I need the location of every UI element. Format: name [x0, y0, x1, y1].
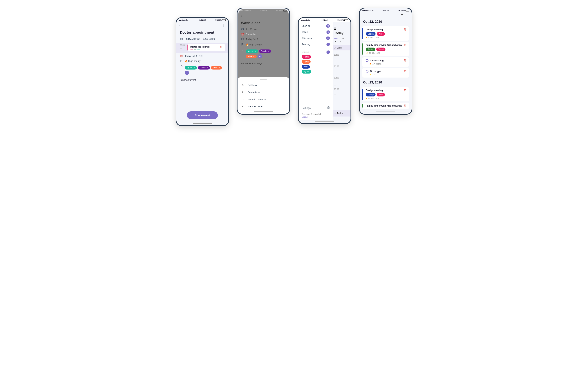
more-button[interactable]: ⋯ — [283, 14, 287, 17]
svg-rect-4 — [242, 98, 244, 100]
svg-rect-6 — [401, 14, 403, 16]
carrier: dotodo — [182, 19, 188, 21]
remove-tag-icon[interactable]: ✕ — [206, 67, 208, 69]
mark-done-button[interactable]: ✓Mark as done — [237, 103, 289, 110]
tag-chip[interactable]: Family ✕ — [259, 49, 271, 53]
weekday[interactable]: Tue — [341, 37, 344, 40]
date-row[interactable]: Friday, July 12 12:00-13:00 — [180, 37, 225, 41]
label-chip[interactable]: My car — [302, 70, 311, 73]
checkbox-icon[interactable] — [366, 59, 368, 62]
user-name: Anastasia Chorniychuk — [299, 112, 333, 116]
checkbox-icon[interactable] — [366, 70, 368, 73]
hour-label: 12:00 — [334, 77, 349, 79]
remove-tag-icon[interactable]: ✕ — [254, 50, 256, 52]
hamburger-icon[interactable]: ☰ — [334, 27, 336, 30]
back-button[interactable]: ‹ — [179, 23, 181, 27]
add-label-button[interactable]: + — [326, 50, 330, 54]
move-calendar-button[interactable]: Move to calendar — [237, 96, 289, 103]
done-label: Mark as done — [247, 105, 262, 108]
event-card[interactable]: Family dinner with Kris and Anny⏰FamilyT… — [362, 42, 409, 56]
delete-task-button[interactable]: Delete task — [237, 89, 289, 96]
tag-chip: Design — [366, 32, 376, 36]
status-time: 9:41 AM — [321, 19, 328, 21]
priority-row[interactable]: 🔥 High priority — [180, 59, 225, 63]
remove-tag-icon[interactable]: ✕ — [193, 67, 195, 69]
reminder-row[interactable]: ⏰ Reminder — [241, 33, 286, 36]
event-time: 12:00-13:00 — [203, 38, 215, 40]
filter-item[interactable]: This week22 — [299, 35, 333, 41]
tasks-label: Tasks — [337, 112, 343, 115]
card-title: Design meeting — [366, 28, 383, 31]
edit-task-button[interactable]: ✎Edit task — [237, 82, 289, 89]
add-tag-button[interactable]: + — [258, 54, 262, 58]
tag-chip: Travel — [376, 47, 385, 51]
status-time: 9:41 AM — [199, 19, 206, 21]
signal-icon — [362, 10, 365, 11]
flag-icon — [241, 43, 244, 46]
reminder-row[interactable]: ⏰ Today, Jul 3 13:00 — [180, 55, 225, 58]
weekday[interactable]: Mon — [334, 37, 338, 40]
event-card[interactable]: Design meeting⏰DesignWork 12:30 - 14:30 — [362, 87, 409, 101]
tag-chip[interactable]: Work ✕ — [211, 66, 222, 69]
hour-label: 10:00 — [334, 54, 349, 56]
move-label: Move to calendar — [247, 98, 267, 101]
pencil-icon: ✎ — [242, 84, 245, 87]
filter-item[interactable]: Pending1 — [299, 41, 333, 47]
add-tag-button[interactable]: + — [185, 71, 189, 75]
settings-button[interactable]: Settings — [299, 104, 333, 112]
hamburger-button[interactable]: ☰ — [363, 13, 365, 17]
calendar-move-icon — [242, 98, 245, 101]
duration-row: 1 h 30 min — [241, 28, 286, 31]
labels-header: LABELS + — [299, 48, 333, 55]
battery-icon — [344, 19, 348, 21]
remove-tag-icon[interactable]: ✕ — [218, 67, 220, 69]
task-card[interactable]: Car washing⏰🔥 1 h 30 min — [362, 57, 409, 67]
date-row[interactable]: Today, Jul 3 — [241, 38, 286, 41]
filter-item[interactable]: Today4 — [299, 29, 333, 35]
bluetooth-icon: ✱ — [337, 19, 339, 21]
card-time: 12:30 - 14:30 — [366, 37, 407, 39]
day-num[interactable]: 1 — [335, 41, 336, 43]
label-chip[interactable]: Family — [302, 55, 311, 59]
tag-chip[interactable]: Work ✕ — [246, 55, 257, 58]
calendar-icon[interactable] — [400, 13, 403, 17]
calendar-icon — [180, 37, 183, 41]
tag-chip[interactable]: Family ✕ — [198, 66, 210, 69]
filter-icon[interactable] — [406, 13, 409, 17]
settings-label: Settings — [302, 107, 311, 110]
create-event-button[interactable]: Create event — [187, 111, 218, 119]
card-title: Family dinner with Kris and Anny — [366, 44, 402, 46]
tag-chip[interactable]: My car ✕ — [185, 66, 197, 69]
day-num[interactable]: 2 — [339, 41, 341, 43]
priority-text: 🔥 High priority — [185, 60, 200, 63]
event-card[interactable]: Doctor appointment ⏰ — [188, 44, 225, 51]
more-button[interactable]: ⋯ — [222, 24, 226, 27]
label-chip[interactable]: Travel — [302, 60, 311, 64]
filter-item[interactable]: Show all48 — [299, 23, 333, 29]
logout-button[interactable]: Logout — [299, 116, 333, 120]
bolt-icon: ⚡ — [369, 73, 372, 76]
wifi-icon: ⁓ — [372, 10, 373, 11]
gear-icon — [327, 106, 330, 110]
card-title: Go to gym — [370, 70, 381, 73]
tag-chip[interactable]: My car ✕ — [246, 49, 258, 53]
event-row[interactable]: ↗Event — [333, 45, 351, 50]
tasks-tab[interactable]: ↗Tasks — [333, 110, 351, 116]
sheet-handle[interactable] — [260, 79, 267, 80]
status-time: 9:41 AM — [260, 10, 267, 11]
priority-row[interactable]: 🔥 High priority — [241, 43, 286, 46]
filter-label: Today — [302, 31, 308, 33]
back-button[interactable]: ‹ — [241, 14, 242, 18]
alarm-icon: ⏰ — [404, 105, 407, 107]
count-badge: 22 — [326, 37, 330, 40]
task-card[interactable]: Go to gym⏰⚡ 2 h — [362, 68, 409, 78]
label-chip[interactable]: Work — [302, 65, 310, 68]
remove-tag-icon[interactable]: ✕ — [253, 55, 255, 57]
event-card[interactable]: Family dinner with Kris and Anny⏰ — [362, 103, 409, 109]
battery-pct: 100% — [339, 19, 344, 21]
alarm-icon: ⏰ — [404, 44, 407, 46]
remove-tag-icon[interactable]: ✕ — [268, 50, 269, 52]
card-meta: 🔥 1 h 30 min — [369, 63, 407, 65]
event-card[interactable]: Design meeting⏰DesignWork 12:30 - 14:30 — [362, 26, 409, 41]
bluetooth-icon: ✱ — [399, 10, 400, 11]
